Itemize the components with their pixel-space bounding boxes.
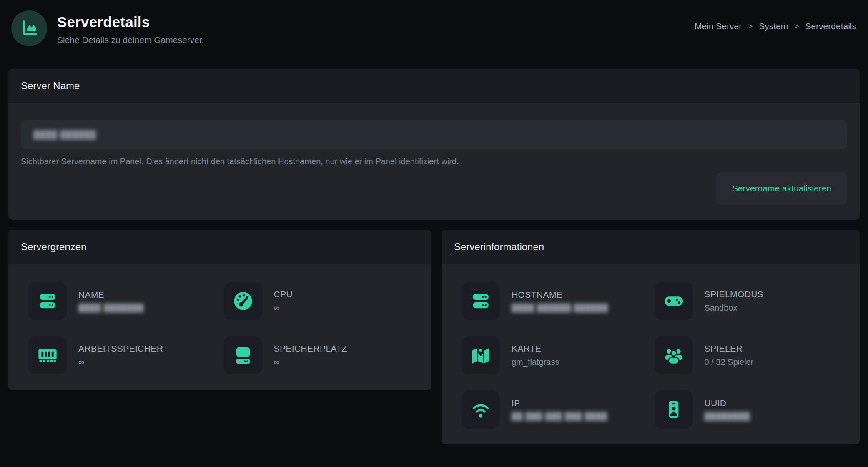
stat-value-redacted: ████████	[705, 412, 750, 421]
stat-label: SPIELMODUS	[705, 289, 764, 299]
stat-icon-tile	[655, 390, 693, 429]
update-servername-button[interactable]: Servername aktualisieren	[716, 172, 847, 205]
stat-text: CPU ∞	[274, 289, 293, 313]
stat-value-redacted: ████ ██████ ██████	[512, 304, 608, 312]
server-limits-card-title: Servergrenzen	[8, 230, 431, 264]
stat-text: NAME ████ ███████	[78, 290, 144, 312]
stat-label: HOSTNAME	[512, 290, 608, 300]
stat-item-cpu: CPU ∞	[224, 282, 419, 320]
breadcrumb-item-system[interactable]: System	[759, 21, 788, 31]
server-info-grid: HOSTNAME ████ ██████ ██████ SPIELMODUS	[442, 264, 860, 444]
stat-value: gm_flatgrass	[512, 357, 559, 367]
breadcrumb-item-mein-server[interactable]: Mein Server	[695, 21, 742, 31]
stat-label: IP	[512, 398, 607, 408]
stat-icon-tile	[462, 336, 500, 374]
stat-icon-tile	[224, 282, 262, 320]
breadcrumb-separator: >	[748, 22, 753, 31]
server-icon	[37, 290, 58, 312]
server-name-input-value-redacted: ████ ██████	[33, 130, 96, 139]
stat-value: 0 / 32 Spieler	[705, 357, 754, 367]
stat-value: ∞	[274, 357, 347, 367]
gamepad-icon	[663, 290, 685, 312]
stat-text: SPEICHERPLATZ ∞	[274, 344, 347, 367]
stat-text: SPIELMODUS Sandbox	[705, 289, 764, 313]
stat-label: UUID	[705, 398, 750, 408]
stat-item-karte: KARTE gm_flatgrass	[462, 336, 655, 374]
stat-icon-tile	[462, 282, 500, 320]
map-pin-icon	[470, 344, 492, 366]
stat-value: ∞	[274, 303, 293, 313]
breadcrumb-separator: >	[794, 22, 799, 31]
stat-text: KARTE gm_flatgrass	[512, 344, 559, 367]
stat-icon-tile	[655, 282, 693, 320]
gauge-icon	[232, 290, 254, 312]
id-card-icon	[663, 399, 685, 420]
hard-drive-icon	[232, 344, 254, 366]
area-chart-icon	[20, 19, 39, 38]
stat-label: ARBEITSSPEICHER	[78, 344, 163, 354]
breadcrumb-item-serverdetails: Serverdetails	[805, 21, 856, 31]
server-name-card: Server Name ████ ██████ Sichtbarer Serve…	[8, 69, 860, 220]
server-info-card: Serverinformationen HOSTNAME ████ ██████…	[442, 230, 860, 444]
server-info-card-title: Serverinformationen	[442, 230, 860, 264]
server-limits-card: Servergrenzen NAME ████ ███████	[8, 230, 431, 390]
stat-item-spieler: SPIELER 0 / 32 Spieler	[655, 336, 848, 374]
stat-label: NAME	[78, 290, 144, 300]
stat-icon-tile	[655, 336, 693, 374]
stat-item-hostname: HOSTNAME ████ ██████ ██████	[462, 282, 655, 320]
stat-item-spielmodus: SPIELMODUS Sandbox	[655, 282, 848, 320]
stat-text: HOSTNAME ████ ██████ ██████	[512, 290, 608, 312]
stat-icon-tile	[462, 390, 500, 429]
stat-label: SPIELER	[705, 344, 754, 354]
server-name-card-body: ████ ██████ Sichtbarer Servername im Pan…	[8, 103, 860, 220]
stat-label: SPEICHERPLATZ	[274, 344, 347, 354]
stat-item-speicherplatz: SPEICHERPLATZ ∞	[224, 336, 419, 374]
stat-item-ip: IP ██ ███ ███ ███ ████	[462, 390, 655, 429]
stat-text: IP ██ ███ ███ ███ ████	[512, 398, 607, 421]
page-icon-badge	[11, 10, 47, 46]
stat-text: SPIELER 0 / 32 Spieler	[705, 344, 754, 367]
stat-item-arbeitsspeicher: ARBEITSSPEICHER ∞	[28, 336, 224, 374]
stat-label: KARTE	[512, 344, 559, 354]
server-name-input[interactable]: ████ ██████	[21, 120, 847, 149]
stat-icon-tile	[28, 282, 67, 320]
stat-icon-tile	[224, 336, 262, 374]
stat-item-uuid: UUID ████████	[655, 390, 848, 429]
server-icon	[470, 290, 492, 312]
stat-value-redacted: ████ ███████	[78, 304, 144, 312]
stat-text: UUID ████████	[705, 398, 750, 421]
button-row: Servername aktualisieren	[21, 172, 847, 205]
stat-value-redacted: ██ ███ ███ ███ ████	[512, 412, 607, 421]
breadcrumb: Mein Server > System > Serverdetails	[695, 10, 856, 31]
header-text: Serverdetails Siehe Details zu deinem Ga…	[57, 10, 204, 45]
stat-text: ARBEITSSPEICHER ∞	[78, 344, 163, 367]
users-icon	[663, 344, 685, 366]
cards-row: Servergrenzen NAME ████ ███████	[8, 230, 860, 444]
stat-value: ∞	[78, 357, 163, 367]
page-subtitle: Siehe Details zu deinem Gameserver.	[57, 35, 204, 45]
ram-icon	[37, 344, 58, 366]
page-title: Serverdetails	[57, 14, 204, 30]
stat-item-name: NAME ████ ███████	[28, 282, 224, 320]
page-header: Serverdetails Siehe Details zu deinem Ga…	[11, 10, 856, 46]
server-limits-grid: NAME ████ ███████	[8, 264, 431, 390]
stat-icon-tile	[28, 336, 67, 374]
stat-value: Sandbox	[705, 303, 764, 313]
server-name-card-title: Server Name	[8, 69, 860, 103]
stat-label: CPU	[274, 289, 293, 299]
wifi-icon	[470, 399, 492, 420]
server-name-help-text: Sichtbarer Servername im Panel. Dies änd…	[21, 157, 847, 166]
